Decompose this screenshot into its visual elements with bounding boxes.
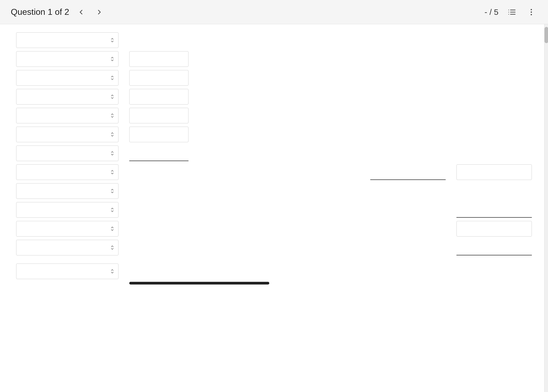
form-row-11 xyxy=(16,221,532,237)
select-11[interactable] xyxy=(16,221,118,237)
scrollbar-thumb[interactable] xyxy=(544,27,548,43)
text-field-underline-10[interactable] xyxy=(456,202,532,218)
form-row-5 xyxy=(16,108,532,123)
text-field-3[interactable] xyxy=(129,70,189,86)
progress-bar xyxy=(129,282,269,285)
list-icon xyxy=(508,8,516,16)
text-field-underline-7[interactable] xyxy=(129,145,189,161)
select-2[interactable] xyxy=(16,51,118,67)
main-content xyxy=(0,24,548,392)
select-3[interactable] xyxy=(16,70,118,86)
score-display: - / 5 xyxy=(484,8,498,17)
select-8[interactable] xyxy=(16,164,118,180)
more-icon xyxy=(527,8,536,16)
form-row-3 xyxy=(16,70,532,86)
select-1[interactable] xyxy=(16,32,118,48)
select-7[interactable] xyxy=(16,145,118,161)
prev-button[interactable] xyxy=(75,7,88,18)
form-row-1 xyxy=(16,32,532,48)
form-row-9 xyxy=(16,183,532,199)
select-6[interactable] xyxy=(16,127,118,142)
select-12[interactable] xyxy=(16,240,118,255)
svg-point-6 xyxy=(531,9,532,10)
header: Question 1 of 2 - / 5 xyxy=(0,0,548,24)
select-10[interactable] xyxy=(16,202,118,218)
select-5[interactable] xyxy=(16,108,118,123)
scrollbar-track[interactable] xyxy=(544,24,548,392)
svg-point-7 xyxy=(531,11,532,13)
list-view-button[interactable] xyxy=(506,6,518,18)
text-field-underline-12[interactable] xyxy=(456,240,532,255)
form-row-6 xyxy=(16,127,532,142)
text-field-underline-8a[interactable] xyxy=(370,164,446,180)
form-row-7 xyxy=(16,145,532,161)
page-title: Question 1 of 2 xyxy=(11,7,69,17)
text-field-5[interactable] xyxy=(129,108,189,123)
select-9[interactable] xyxy=(16,183,118,199)
form-row-8 xyxy=(16,164,532,180)
text-field-8b[interactable] xyxy=(456,164,532,180)
form-row-10 xyxy=(16,202,532,218)
select-4[interactable] xyxy=(16,89,118,105)
form-row-12 xyxy=(16,240,532,255)
text-field-4[interactable] xyxy=(129,89,189,105)
text-field-11[interactable] xyxy=(456,221,532,237)
form-row-4 xyxy=(16,89,532,105)
more-options-button[interactable] xyxy=(525,6,537,18)
header-left: Question 1 of 2 xyxy=(11,7,106,18)
next-button[interactable] xyxy=(93,7,106,18)
svg-point-8 xyxy=(531,14,532,15)
header-right: - / 5 xyxy=(484,6,537,18)
form-row-2 xyxy=(16,51,532,67)
text-field-2[interactable] xyxy=(129,51,189,67)
text-field-6[interactable] xyxy=(129,127,189,142)
select-13[interactable] xyxy=(16,263,118,279)
